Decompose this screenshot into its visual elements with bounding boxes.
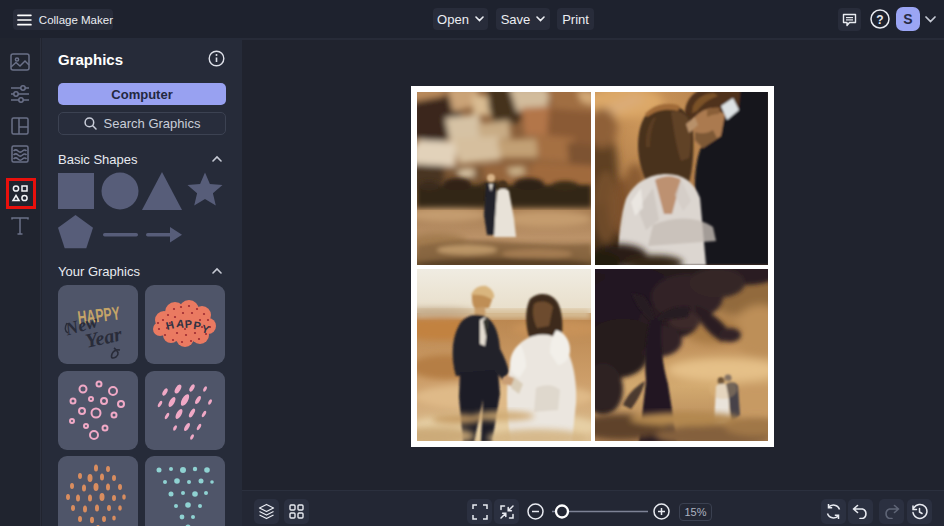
svg-text:P: P: [184, 318, 192, 330]
svg-text:?: ?: [876, 13, 883, 27]
